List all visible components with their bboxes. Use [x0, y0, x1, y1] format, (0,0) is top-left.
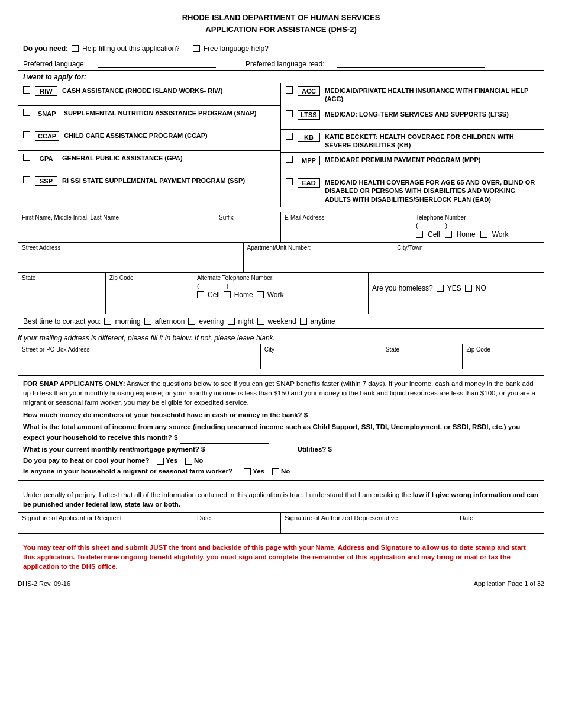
alt-cell-checkbox[interactable] [197, 291, 204, 298]
apply-header: I want to apply for: [18, 71, 544, 83]
apply-left-column: RIW CASH ASSISTANCE (RHODE ISLAND WORKS-… [18, 83, 281, 207]
ltss-checkbox[interactable] [286, 110, 293, 117]
homeless-yes-label: YES [447, 284, 461, 292]
heat-no-checkbox[interactable] [185, 458, 192, 465]
sig2-cell: Signature of Authorized Representative [281, 513, 456, 533]
heat-yes-checkbox[interactable] [157, 458, 164, 465]
mailing-city-cell: City [261, 344, 382, 369]
evening-checkbox[interactable] [188, 318, 195, 325]
street-label: Street Address [22, 244, 240, 251]
snap-q5-label: Is anyone in your household a migrant or… [23, 468, 232, 475]
homeless-row: Are you homeless? YES NO [372, 284, 540, 292]
ead-code: EAD [298, 178, 320, 188]
afternoon-checkbox[interactable] [144, 318, 151, 325]
help-checkbox[interactable] [72, 45, 79, 52]
preferred-language-section: Preferred language: Preferred language r… [18, 57, 544, 71]
kb-checkbox[interactable] [286, 133, 293, 140]
zip-input[interactable] [109, 282, 189, 312]
state-label: State [22, 275, 102, 281]
mailing-city-input[interactable] [264, 354, 378, 367]
cell-phone-checkbox[interactable] [416, 231, 423, 238]
page-title: RHODE ISLAND DEPARTMENT OF HUMAN SERVICE… [18, 12, 544, 35]
snap-q5: Is anyone in your household a migrant or… [23, 466, 539, 476]
homeless-yes-checkbox[interactable] [437, 285, 444, 292]
apt-input[interactable] [247, 252, 390, 265]
work-phone-checkbox[interactable] [480, 231, 487, 238]
apply-row-ead: EAD MEDICAID HEALTH COVERAGE FOR AGE 65 … [281, 175, 544, 207]
phone-label: Telephone Number [416, 214, 540, 221]
gpa-checkbox[interactable] [23, 154, 30, 161]
snap-q1-input[interactable] [309, 410, 398, 421]
sig1-label: Signature of Applicant or Recipient [22, 514, 122, 521]
city-town-label: City/Town [397, 244, 540, 251]
homeless-label: Are you homeless? [372, 284, 433, 292]
footer-left: DHS-2 Rev. 09-16 [18, 580, 70, 587]
suffix-input[interactable] [219, 222, 277, 239]
email-input[interactable] [285, 222, 408, 239]
snap-utilities-input[interactable] [334, 444, 422, 455]
snap-intro: FOR SNAP APPLICANTS ONLY: Answer the que… [23, 379, 539, 407]
migrant-no-checkbox[interactable] [272, 468, 279, 475]
date1-cell: Date [193, 513, 281, 533]
suffix-cell: Suffix [215, 212, 281, 242]
penalty-section: Under penalty of perjury, I attest that … [18, 487, 544, 534]
language-help-checkbox[interactable] [193, 45, 200, 52]
homeless-no-checkbox[interactable] [465, 285, 472, 292]
riw-code: RIW [35, 86, 57, 96]
afternoon-label: afternoon [155, 317, 185, 326]
preferred-lang-read-input[interactable] [337, 60, 485, 68]
acc-checkbox[interactable] [286, 86, 293, 94]
mailing-street-input[interactable] [22, 354, 257, 367]
street-input[interactable] [22, 252, 240, 265]
ead-text: MEDICAID HEALTH COVERAGE FOR AGE 65 AND … [325, 178, 539, 204]
mpp-checkbox[interactable] [286, 156, 293, 163]
mpp-code: MPP [298, 156, 320, 165]
ccap-checkbox[interactable] [23, 131, 30, 138]
riw-checkbox[interactable] [23, 86, 30, 94]
mailing-zip-input[interactable] [466, 354, 540, 367]
alt-phone-parens: ( ) [197, 282, 364, 289]
footer: DHS-2 Rev. 09-16 Application Page 1 of 3… [18, 580, 544, 587]
contact-row3: State Zip Code Alternate Telephone Numbe… [18, 273, 544, 314]
homeless-no-label: NO [476, 284, 486, 292]
night-checkbox[interactable] [228, 318, 235, 325]
anytime-checkbox[interactable] [300, 318, 307, 325]
home-phone-checkbox[interactable] [445, 231, 452, 238]
kb-code: KB [298, 133, 320, 142]
preferred-lang-label: Preferred language: [23, 60, 86, 68]
snap-intro-bold: FOR SNAP APPLICANTS ONLY: [23, 380, 125, 387]
snap-q3-input[interactable] [207, 444, 296, 455]
city-town-cell: City/Town [393, 243, 544, 272]
alt-work-checkbox[interactable] [257, 291, 264, 298]
name-cell: First Name, Middle Initial, Last Name [18, 212, 215, 242]
ssp-text: RI SSI STATE SUPPLEMENTAL PAYMENT PROGRA… [62, 176, 276, 185]
preferred-lang-input[interactable] [98, 60, 216, 68]
email-label: E-Mail Address [285, 214, 408, 221]
apply-grid: RIW CASH ASSISTANCE (RHODE ISLAND WORKS-… [18, 83, 544, 207]
snap-checkbox[interactable] [23, 109, 30, 116]
sig1-cell: Signature of Applicant or Recipient [18, 513, 193, 533]
penalty-text-content: Under penalty of perjury, I attest that … [23, 491, 538, 508]
mailing-zip-cell: Zip Code [463, 344, 544, 369]
morning-checkbox[interactable] [104, 318, 111, 325]
migrant-yes-checkbox[interactable] [244, 468, 251, 475]
apply-right-column: ACC MEDICAID/PRIVATE HEALTH INSURANCE WI… [281, 83, 544, 207]
name-input[interactable] [22, 222, 211, 239]
mailing-state-input[interactable] [386, 354, 459, 367]
alt-phone-label: Alternate Telephone Number: [197, 275, 364, 281]
mailing-italic: If your mailing address is different, pl… [18, 334, 544, 342]
city-town-input[interactable] [397, 252, 540, 265]
ltss-code: LTSS [298, 110, 320, 120]
ead-checkbox[interactable] [286, 178, 293, 185]
snap-section: FOR SNAP APPLICANTS ONLY: Answer the que… [18, 375, 544, 481]
snap-q2-input[interactable] [180, 432, 269, 443]
contact-row2: Street Address Apartment/Unit Number: Ci… [18, 243, 544, 273]
weekend-checkbox[interactable] [257, 318, 264, 325]
alt-home-checkbox[interactable] [224, 291, 231, 298]
contact-row4: Best time to contact you: morning aftern… [18, 314, 544, 328]
do-you-need-section: Do you need: Help filling out this appli… [18, 41, 544, 56]
migrant-no-label: No [281, 468, 290, 475]
state-input[interactable] [22, 282, 102, 312]
work-phone-label: Work [492, 230, 509, 239]
ssp-checkbox[interactable] [23, 176, 30, 183]
